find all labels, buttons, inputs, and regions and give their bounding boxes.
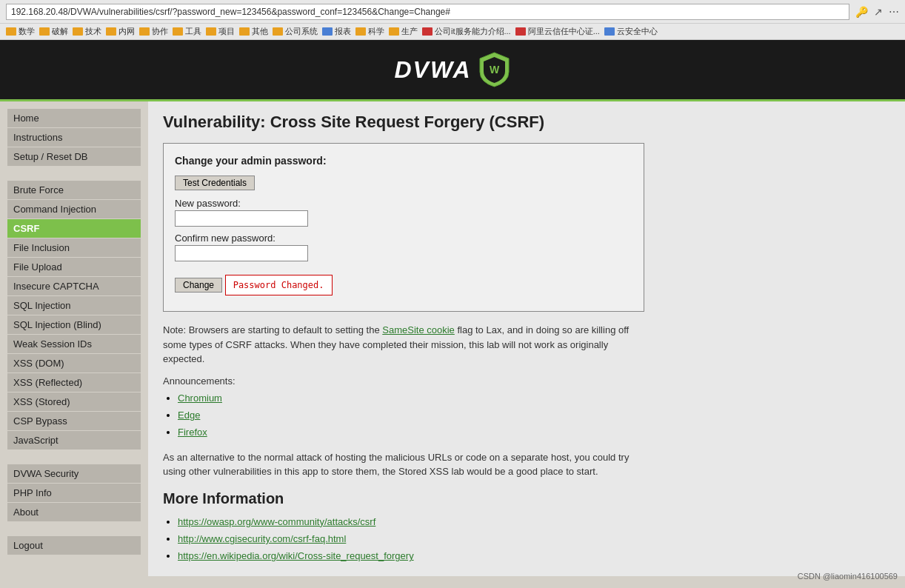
bookmark-kexue[interactable]: 科学 (355, 26, 384, 37)
bookmark-folder-icon (604, 27, 615, 36)
bookmark-folder-icon (206, 27, 216, 36)
note-text-before: Note: Browsers are starting to default t… (163, 324, 382, 335)
sidebar-item-about[interactable]: About (7, 503, 141, 521)
alternative-note: As an alternative to the normal attack o… (163, 450, 644, 479)
bookmark-shuxue[interactable]: 数学 (6, 26, 35, 37)
csrf-form-box: Change your admin password: Test Credent… (163, 143, 644, 312)
bookmark-xiangmu[interactable]: 项目 (206, 26, 235, 37)
bookmark-gongsi-it[interactable]: 公司it服务能力介绍... (422, 26, 511, 37)
bookmark-neiwang[interactable]: 内网 (106, 26, 135, 37)
sidebar-divider-2 (7, 458, 141, 464)
bookmark-label: 阿里云信任中心证... (528, 26, 600, 37)
confirm-password-group: Confirm new password: (175, 233, 632, 261)
chromium-link[interactable]: Chromium (178, 392, 222, 404)
bookmark-folder-icon (355, 27, 366, 36)
sidebar-item-dvwa-security[interactable]: DVWA Security (7, 464, 141, 483)
bookmark-aliyun[interactable]: 阿里云信任中心证... (515, 26, 600, 37)
sidebar-item-sql-injection-blind[interactable]: SQL Injection (Blind) (7, 315, 141, 334)
sidebar-item-command-injection[interactable]: Command Injection (7, 200, 141, 218)
sidebar-item-csrf[interactable]: CSRF (7, 219, 141, 238)
bookmark-jishu[interactable]: 技术 (73, 26, 101, 37)
sidebar-item-brute-force[interactable]: Brute Force (7, 181, 141, 199)
bookmark-label: 其他 (252, 26, 268, 37)
bookmark-label: 破解 (52, 26, 68, 37)
samesite-cookie-link[interactable]: SameSite cookie (382, 324, 455, 335)
bookmark-label: 报表 (335, 26, 351, 37)
announcement-firefox: Firefox (178, 424, 890, 441)
bookmark-folder-icon (322, 27, 333, 36)
bookmark-label: 云安全中心 (617, 26, 658, 37)
confirm-password-input[interactable] (175, 245, 308, 261)
bookmark-label: 技术 (85, 26, 101, 37)
browser-bar: 🔑 ↗ ⋯ (0, 0, 905, 24)
share-icon[interactable]: ↗ (874, 6, 883, 18)
sidebar-item-setup[interactable]: Setup / Reset DB (7, 147, 141, 166)
change-button[interactable]: Change (175, 278, 222, 293)
bookmark-gongju[interactable]: 工具 (173, 26, 201, 37)
sidebar-item-javascript[interactable]: JavaScript (7, 431, 141, 450)
bookmark-hezuo[interactable]: 协作 (139, 26, 168, 37)
dvwa-logo: DVWA W (395, 51, 511, 88)
dvwa-logo-text: DVWA (395, 56, 472, 84)
success-message: Password Changed. (225, 275, 333, 295)
bookmark-folder-icon (39, 27, 50, 36)
bookmark-gongsi[interactable]: 公司系统 (273, 26, 318, 37)
sidebar-logout-section: Logout (7, 536, 141, 555)
dvwa-shield-icon: W (478, 51, 511, 88)
sidebar-item-php-info[interactable]: PHP Info (7, 484, 141, 502)
owasp-link[interactable]: https://owasp.org/www-community/attacks/… (178, 516, 375, 527)
bookmark-qita[interactable]: 其他 (239, 26, 268, 37)
sidebar-item-instructions[interactable]: Instructions (7, 128, 141, 147)
test-credentials-button[interactable]: Test Credentials (175, 176, 255, 190)
new-password-input[interactable] (175, 210, 308, 227)
sidebar-item-xss-reflected[interactable]: XSS (Reflected) (7, 373, 141, 392)
sidebar-item-sql-injection[interactable]: SQL Injection (7, 296, 141, 315)
sidebar-item-csp-bypass[interactable]: CSP Bypass (7, 412, 141, 430)
page-title: Vulnerability: Cross Site Request Forger… (163, 113, 890, 132)
content-wrapper: Home Instructions Setup / Reset DB Brute… (0, 101, 905, 576)
edge-link[interactable]: Edge (178, 410, 200, 421)
bookmark-folder-icon (139, 27, 150, 36)
bookmark-pojie[interactable]: 破解 (39, 26, 68, 37)
sidebar-item-file-inclusion[interactable]: File Inclusion (7, 238, 141, 257)
bookmark-baobiao[interactable]: 报表 (322, 26, 351, 37)
sidebar-divider-3 (7, 530, 141, 536)
sidebar-item-xss-stored[interactable]: XSS (Stored) (7, 392, 141, 411)
bookmark-label: 协作 (152, 26, 168, 37)
bookmark-label: 公司系统 (285, 26, 318, 37)
bookmark-shengchan[interactable]: 生产 (389, 26, 418, 37)
page-wrapper: DVWA W Home Instructions Setup / Reset D… (0, 40, 905, 576)
bookmark-folder-icon (422, 27, 433, 36)
lock-icon: 🔑 (855, 6, 868, 18)
more-info-list: https://owasp.org/www-community/attacks/… (178, 513, 890, 565)
address-bar[interactable] (6, 4, 849, 20)
firefox-link[interactable]: Firefox (178, 427, 207, 438)
confirm-password-label: Confirm new password: (175, 233, 632, 244)
sidebar-item-insecure-captcha[interactable]: Insecure CAPTCHA (7, 277, 141, 295)
main-content: Vulnerability: Cross Site Request Forger… (148, 101, 905, 576)
bookmark-folder-icon (389, 27, 399, 36)
new-password-group: New password: (175, 198, 632, 227)
svg-text:W: W (489, 64, 499, 76)
announcement-edge: Edge (178, 407, 890, 424)
sidebar-item-home[interactable]: Home (7, 109, 141, 127)
more-icon[interactable]: ⋯ (889, 6, 899, 18)
new-password-label: New password: (175, 198, 632, 209)
bookmark-folder-icon (515, 27, 526, 36)
bookmark-yunaquan[interactable]: 云安全中心 (604, 26, 658, 37)
sidebar-item-weak-session[interactable]: Weak Session IDs (7, 335, 141, 353)
watermark: CSDN @liaomin416100569 (798, 572, 898, 576)
bookmark-folder-icon (173, 27, 183, 36)
bookmark-label: 科学 (368, 26, 384, 37)
sidebar-item-file-upload[interactable]: File Upload (7, 258, 141, 276)
bookmark-folder-icon (273, 27, 283, 36)
wiki-link[interactable]: https://en.wikipedia.org/wiki/Cross-site… (178, 550, 414, 561)
sidebar-item-logout[interactable]: Logout (7, 536, 141, 555)
sidebar-item-xss-dom[interactable]: XSS (DOM) (7, 354, 141, 372)
cgi-link[interactable]: http://www.cgisecurity.com/csrf-faq.html (178, 533, 346, 544)
note-section: Note: Browsers are starting to default t… (163, 323, 644, 367)
browser-icons: 🔑 ↗ ⋯ (855, 6, 899, 18)
form-heading: Change your admin password: (175, 155, 632, 167)
bookmark-label: 工具 (185, 26, 201, 37)
announcement-chromium: Chromium (178, 390, 890, 407)
